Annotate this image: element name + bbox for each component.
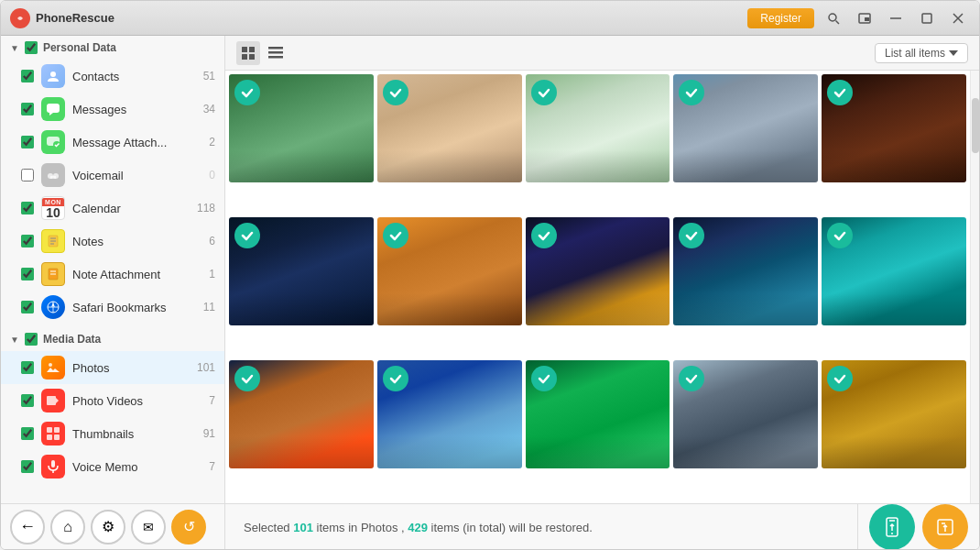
photo-check-9[interactable]	[679, 223, 704, 248]
msg-attach-icon	[41, 130, 65, 154]
contacts-count: 51	[197, 70, 215, 82]
close-icon[interactable]	[946, 6, 970, 30]
photo-cell-9[interactable]	[673, 217, 818, 325]
contacts-checkbox[interactable]	[21, 70, 34, 82]
note-attach-label: Note Attachment	[72, 268, 190, 281]
grid-view-button[interactable]	[236, 41, 260, 65]
photo-cell-6[interactable]	[229, 217, 374, 325]
photo-check-1[interactable]	[234, 80, 260, 105]
photos-icon	[41, 356, 65, 380]
photo-cell-12[interactable]	[377, 360, 522, 468]
photo-check-8[interactable]	[531, 223, 557, 248]
svg-rect-28	[47, 396, 56, 405]
photo-check-11[interactable]	[234, 366, 260, 391]
media-data-toggle[interactable]: ▼	[10, 335, 19, 345]
messages-count: 34	[197, 103, 215, 116]
right-scrollbar[interactable]	[970, 71, 979, 503]
personal-data-toggle[interactable]: ▼	[10, 43, 19, 53]
sidebar-item-voice-memo[interactable]: Voice Memo 7	[1, 450, 224, 483]
restore-to-phone-button[interactable]	[869, 504, 915, 550]
minimize-icon[interactable]	[884, 6, 908, 30]
photo-cell-14[interactable]	[673, 360, 818, 468]
scrollbar-thumb[interactable]	[972, 98, 979, 153]
sidebar-item-thumbnails[interactable]: Thumbnails 91	[1, 417, 224, 450]
calendar-count: 118	[197, 202, 215, 214]
photo-cell-4[interactable]	[673, 74, 818, 182]
personal-data-section[interactable]: ▼ Personal Data	[1, 36, 224, 60]
status-total-count: 429	[408, 521, 428, 534]
photo-check-13[interactable]	[531, 366, 557, 391]
voice-memo-checkbox[interactable]	[21, 460, 34, 473]
photo-check-2[interactable]	[383, 80, 408, 105]
svg-marker-29	[56, 398, 59, 403]
photo-check-14[interactable]	[679, 366, 704, 391]
media-data-section[interactable]: ▼ Media Data	[1, 327, 224, 351]
content-area: List all items	[225, 36, 979, 503]
personal-data-checkbox[interactable]	[25, 41, 38, 54]
safari-count: 11	[197, 301, 215, 314]
photo-cell-1[interactable]	[229, 74, 374, 182]
photo-cell-13[interactable]	[526, 360, 670, 468]
msg-attach-checkbox[interactable]	[21, 136, 34, 148]
sidebar-item-note-attachment[interactable]: Note Attachment 1	[1, 258, 224, 291]
sidebar-item-notes[interactable]: Notes 6	[1, 225, 224, 258]
sidebar-item-photo-videos[interactable]: Photo Videos 7	[1, 384, 224, 417]
photo-cell-11[interactable]	[229, 360, 374, 468]
back-button[interactable]: ←	[10, 510, 45, 544]
restore-button[interactable]: ↺	[171, 510, 206, 544]
photo-cell-10[interactable]	[822, 217, 966, 325]
content-toolbar: List all items	[225, 36, 979, 71]
maximize-icon[interactable]	[915, 6, 939, 30]
photo-check-6[interactable]	[234, 223, 260, 248]
list-view-button[interactable]	[264, 41, 288, 65]
photos-checkbox[interactable]	[21, 361, 34, 374]
photos-label: Photos	[72, 361, 190, 375]
media-data-checkbox[interactable]	[25, 333, 38, 346]
note-attach-checkbox[interactable]	[21, 268, 34, 280]
sidebar-item-contacts[interactable]: Contacts 51	[1, 60, 224, 93]
pip-icon[interactable]	[853, 6, 877, 30]
photo-check-15[interactable]	[827, 366, 853, 391]
status-middle: items in Photos ,	[313, 521, 408, 534]
photo-cell-5[interactable]	[822, 74, 966, 182]
notes-checkbox[interactable]	[21, 235, 34, 248]
thumbnails-checkbox[interactable]	[21, 427, 34, 440]
sidebar-item-photos[interactable]: Photos 101	[1, 351, 224, 384]
register-button[interactable]: Register	[747, 8, 814, 28]
voice-memo-count: 7	[197, 460, 215, 473]
messages-checkbox[interactable]	[21, 103, 34, 116]
photo-videos-checkbox[interactable]	[21, 394, 34, 407]
photo-cell-2[interactable]	[377, 74, 522, 182]
list-all-items-button[interactable]: List all items	[875, 43, 968, 63]
safari-label: Safari Bookmarks	[72, 301, 190, 314]
photo-cell-7[interactable]	[377, 217, 522, 325]
notes-count: 6	[197, 235, 215, 248]
svg-rect-33	[54, 434, 60, 440]
safari-icon	[41, 295, 65, 319]
photo-check-12[interactable]	[383, 366, 408, 391]
sidebar-item-calendar[interactable]: MON 10 Calendar 118	[1, 192, 224, 225]
app-logo-icon	[10, 8, 30, 28]
mail-button[interactable]: ✉	[131, 510, 166, 544]
svg-rect-6	[922, 14, 931, 23]
export-button[interactable]	[922, 504, 968, 550]
sidebar-item-safari[interactable]: Safari Bookmarks 11	[1, 291, 224, 324]
home-button[interactable]: ⌂	[50, 510, 85, 544]
photo-check-3[interactable]	[531, 80, 557, 105]
search-icon[interactable]	[822, 6, 845, 30]
photo-check-5[interactable]	[827, 80, 853, 105]
safari-checkbox[interactable]	[21, 301, 34, 314]
voicemail-checkbox[interactable]	[21, 169, 34, 182]
sidebar-item-message-attach[interactable]: Message Attach... 2	[1, 126, 224, 159]
photo-cell-15[interactable]	[822, 360, 966, 468]
calendar-checkbox[interactable]	[21, 202, 34, 214]
sidebar-item-messages[interactable]: Messages 34	[1, 93, 224, 126]
svg-rect-42	[268, 56, 283, 59]
photo-check-4[interactable]	[679, 80, 704, 105]
photo-check-7[interactable]	[383, 223, 408, 248]
photo-cell-8[interactable]	[526, 217, 670, 325]
sidebar-item-voicemail[interactable]: Voicemail 0	[1, 159, 224, 192]
photo-check-10[interactable]	[827, 223, 853, 248]
settings-button[interactable]: ⚙	[91, 510, 125, 544]
photo-cell-3[interactable]	[526, 74, 670, 182]
